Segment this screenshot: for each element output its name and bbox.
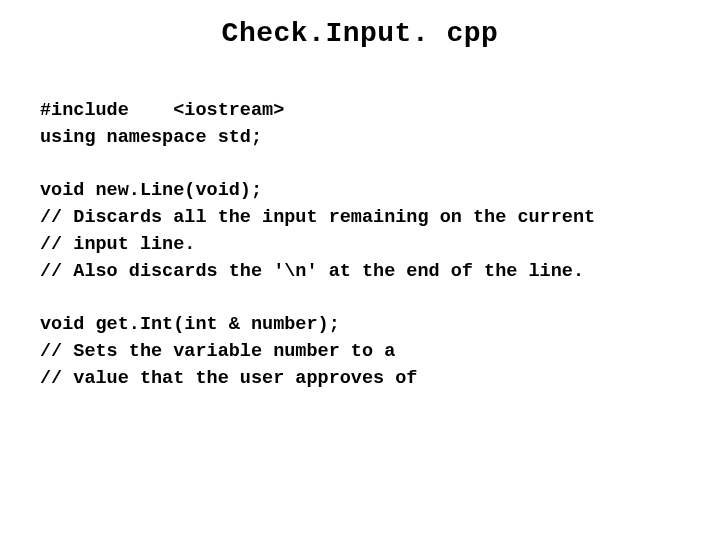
code-line: // input line. xyxy=(40,234,195,255)
code-line: void get.Int(int & number); xyxy=(40,314,340,335)
code-line: void new.Line(void); xyxy=(40,180,262,201)
code-line: // Sets the variable number to a xyxy=(40,341,395,362)
code-line: // Also discards the '\n' at the end of … xyxy=(40,261,584,282)
page-title: Check.Input. cpp xyxy=(40,18,680,49)
code-block: #include <iostream> using namespace std;… xyxy=(40,71,680,393)
code-line: #include <iostream> xyxy=(40,100,284,121)
code-line: // value that the user approves of xyxy=(40,368,417,389)
slide-page: Check.Input. cpp #include <iostream> usi… xyxy=(0,0,720,540)
code-line: using namespace std; xyxy=(40,127,262,148)
code-line: // Discards all the input remaining on t… xyxy=(40,207,595,228)
